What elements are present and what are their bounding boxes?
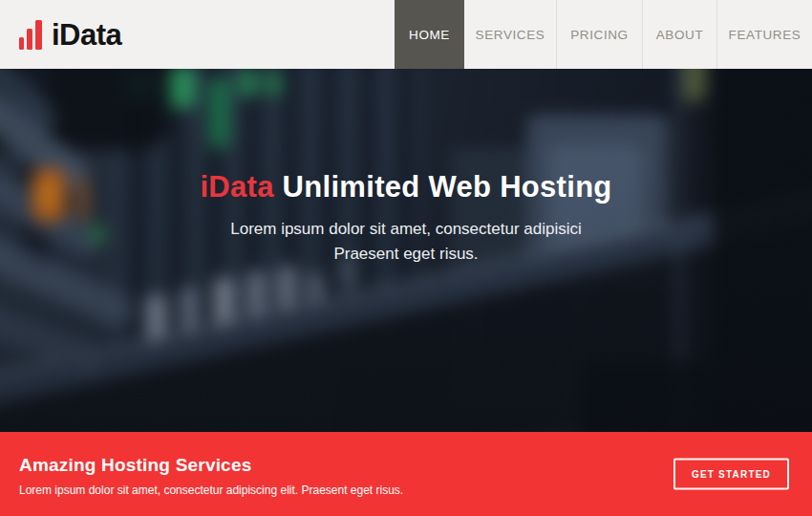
- header: iData HOME SERVICES PRICING ABOUT FEATUR…: [0, 0, 812, 69]
- hero-title-highlight: iData: [200, 170, 273, 204]
- logo-bar: [27, 29, 32, 50]
- get-started-button[interactable]: GET STARTED: [673, 459, 789, 490]
- nav-item-home[interactable]: HOME: [395, 0, 464, 69]
- brand-name: iData: [52, 20, 121, 50]
- main-nav: HOME SERVICES PRICING ABOUT FEATURES: [395, 0, 812, 69]
- hero-subtitle: Lorem ipsum dolor sit amet, consectetur …: [0, 217, 812, 267]
- logo-bar: [19, 37, 24, 50]
- logo[interactable]: iData: [0, 0, 121, 69]
- hero-title-rest: Unlimited Web Hosting: [274, 170, 612, 204]
- hero-title: iData Unlimited Web Hosting: [0, 170, 812, 204]
- hero-section: iData Unlimited Web Hosting Lorem ipsum …: [0, 69, 812, 432]
- cta-band: Amazing Hosting Services Lorem ipsum dol…: [0, 432, 812, 516]
- nav-item-services[interactable]: SERVICES: [464, 0, 556, 69]
- nav-item-about[interactable]: ABOUT: [642, 0, 716, 69]
- nav-item-features[interactable]: FEATURES: [716, 0, 812, 69]
- hero-subtitle-line1: Lorem ipsum dolor sit amet, consectetur …: [230, 220, 582, 238]
- logo-bar: [35, 20, 42, 50]
- nav-item-pricing[interactable]: PRICING: [556, 0, 642, 69]
- hero-subtitle-line2: Praesent eget risus.: [333, 245, 478, 263]
- hero-content: iData Unlimited Web Hosting Lorem ipsum …: [0, 69, 812, 267]
- page: iData HOME SERVICES PRICING ABOUT FEATUR…: [0, 0, 812, 516]
- bar-chart-icon: [19, 19, 42, 50]
